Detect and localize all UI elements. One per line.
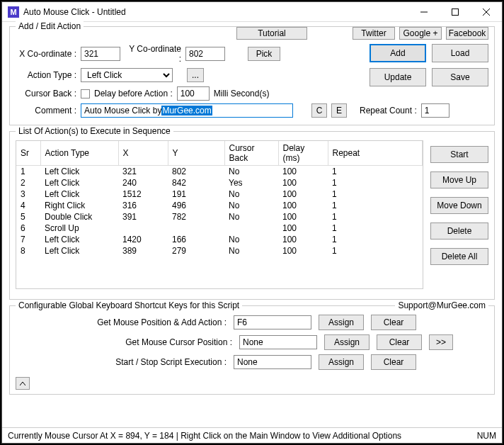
- ycoord-label: Y Co-ordinate :: [125, 44, 181, 64]
- table-row[interactable]: 6Scroll Up1001: [16, 222, 423, 234]
- add-button[interactable]: Add: [370, 44, 426, 62]
- cursor-back-label: Cursor Back :: [16, 89, 76, 98]
- comment-input[interactable]: Auto Mouse Click by MurGee.com: [81, 103, 293, 118]
- sc2-clear[interactable]: Clear: [377, 334, 422, 350]
- update-button[interactable]: Update: [370, 68, 426, 86]
- e-button[interactable]: E: [331, 103, 347, 118]
- xcoord-input[interactable]: [81, 47, 120, 61]
- facebook-button[interactable]: Facebook: [446, 27, 488, 40]
- actions-table[interactable]: Sr Action Type X Y Cursor Back Delay (ms…: [16, 140, 423, 289]
- save-button[interactable]: Save: [432, 68, 488, 86]
- svg-rect-1: [452, 9, 459, 15]
- tutorial-button[interactable]: Tutorial: [236, 27, 307, 40]
- statusbar: Currently Mouse Cursor At X = 894, Y = 1…: [2, 427, 502, 443]
- window-title: Auto Mouse Click - Untitled: [23, 7, 408, 17]
- table-row[interactable]: 1Left Click321802No1001: [16, 166, 423, 178]
- delay-label: Delay before Action :: [94, 89, 173, 98]
- maximize-button[interactable]: [440, 2, 471, 22]
- google-button[interactable]: Google +: [399, 27, 442, 40]
- delete-all-button[interactable]: Delete All: [430, 248, 488, 265]
- action-type-select[interactable]: Left Click: [81, 68, 173, 82]
- sc1-input[interactable]: [234, 315, 311, 329]
- table-row[interactable]: 8Left Click389279No1001: [16, 245, 423, 257]
- list-title: List Of Action(s) to Execute in Sequence: [16, 126, 173, 136]
- num-indicator: NUM: [477, 431, 496, 441]
- c-button[interactable]: C: [311, 103, 327, 118]
- comment-label: Comment :: [16, 106, 76, 116]
- sc1-label: Get Mouse Position & Add Action :: [71, 317, 227, 327]
- minimize-button[interactable]: [408, 2, 440, 22]
- table-row[interactable]: 3Left Click1512191No1001: [16, 188, 423, 200]
- sc1-clear[interactable]: Clear: [371, 315, 416, 330]
- move-up-button[interactable]: Move Up: [430, 171, 488, 188]
- move-down-button[interactable]: Move Down: [430, 197, 488, 214]
- sc2-label: Get Mouse Cursor Position :: [76, 337, 232, 347]
- titlebar: M Auto Mouse Click - Untitled: [2, 2, 502, 22]
- action-type-label: Action Type :: [16, 70, 76, 80]
- cursor-back-checkbox[interactable]: [81, 89, 90, 98]
- repeat-input[interactable]: [421, 103, 449, 118]
- sc2-input[interactable]: [239, 335, 317, 349]
- collapse-button[interactable]: [16, 377, 30, 390]
- table-row[interactable]: 4Right Click316496No1001: [16, 200, 423, 211]
- table-row[interactable]: 2Left Click240842Yes1001: [16, 177, 423, 188]
- table-row[interactable]: 7Left Click1420166No1001: [16, 234, 423, 245]
- support-link[interactable]: Support@MurGee.com: [395, 300, 488, 310]
- app-window: M Auto Mouse Click - Untitled Add / Edit…: [1, 1, 503, 444]
- sc2-assign[interactable]: Assign: [324, 334, 370, 350]
- more-button[interactable]: >>: [429, 334, 453, 350]
- xcoord-label: X Co-ordinate :: [16, 49, 76, 59]
- sc3-label: Start / Stop Script Execution :: [71, 357, 227, 367]
- twitter-button[interactable]: Twitter: [353, 27, 395, 40]
- sc3-assign[interactable]: Assign: [319, 354, 364, 370]
- sc1-assign[interactable]: Assign: [319, 315, 364, 330]
- action-more-button[interactable]: ...: [187, 68, 204, 82]
- add-edit-group: Add / Edit Action Tutorial Twitter Googl…: [9, 26, 495, 125]
- close-button[interactable]: [471, 2, 502, 22]
- delay-input[interactable]: [177, 86, 210, 101]
- delete-button[interactable]: Delete: [430, 222, 488, 240]
- repeat-label: Repeat Count :: [360, 106, 417, 116]
- start-button[interactable]: Start: [430, 146, 488, 163]
- pick-button[interactable]: Pick: [248, 47, 280, 61]
- ycoord-input[interactable]: [185, 47, 225, 61]
- add-edit-title: Add / Edit Action: [16, 21, 84, 31]
- sc3-input[interactable]: [234, 355, 311, 369]
- status-text: Currently Mouse Cursor At X = 894, Y = 1…: [8, 431, 401, 441]
- sc3-clear[interactable]: Clear: [371, 354, 416, 370]
- table-row[interactable]: 5Double Click391782No1001: [16, 211, 423, 222]
- shortcuts-title: Configurable Global Keyboard Shortcut Ke…: [16, 300, 242, 310]
- app-icon: M: [8, 6, 19, 18]
- load-button[interactable]: Load: [432, 44, 488, 62]
- shortcuts-group: Configurable Global Keyboard Shortcut Ke…: [9, 305, 495, 395]
- list-group: List Of Action(s) to Execute in Sequence…: [9, 131, 495, 300]
- delay-unit: Milli Second(s): [214, 89, 270, 98]
